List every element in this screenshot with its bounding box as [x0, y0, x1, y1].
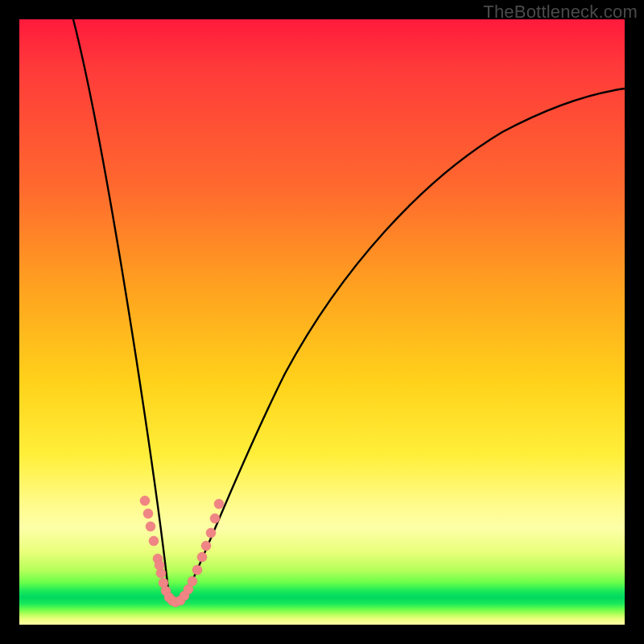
svg-point-6: [155, 560, 164, 570]
svg-point-19: [206, 528, 216, 538]
marker-dots: [140, 496, 224, 607]
svg-point-3: [149, 536, 159, 546]
svg-point-15: [188, 576, 197, 586]
svg-point-2: [146, 522, 155, 531]
svg-point-20: [210, 514, 220, 523]
svg-point-0: [140, 496, 150, 506]
svg-point-1: [143, 509, 153, 518]
svg-point-16: [192, 565, 202, 575]
watermark-text: TheBottleneck.com: [483, 2, 638, 23]
curve-right-branch: [169, 89, 625, 603]
curve-layer: [19, 19, 625, 625]
curve-left-branch: [73, 19, 169, 597]
chart-frame: TheBottleneck.com: [0, 0, 644, 644]
svg-point-17: [197, 552, 207, 562]
svg-point-21: [214, 499, 224, 509]
svg-point-18: [201, 541, 211, 551]
plot-area: [19, 19, 625, 625]
